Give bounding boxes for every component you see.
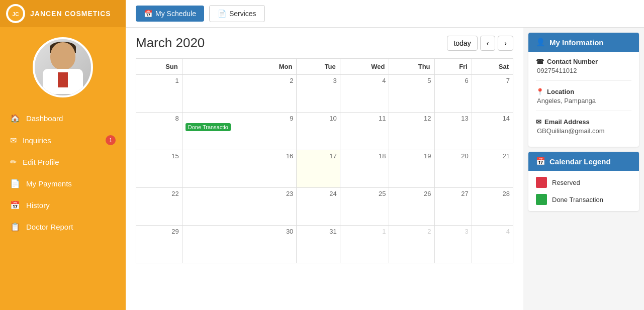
nav-label: History (26, 201, 50, 210)
calendar-cell[interactable]: 17 (297, 150, 340, 188)
calendar-cell[interactable]: 11 (340, 113, 389, 150)
calendar-cell[interactable]: 14 (472, 113, 513, 150)
app-logo: JC (6, 4, 25, 23)
calendar-cell[interactable]: 23 (182, 188, 297, 226)
calendar-icon: 📅 (144, 10, 152, 18)
calendar-cell[interactable]: 3 (434, 226, 472, 263)
calendar-cell[interactable]: 24 (297, 188, 340, 226)
calendar-cell[interactable]: 31 (297, 226, 340, 263)
cal-header-mon: Mon (182, 59, 297, 75)
day-number: 3 (438, 228, 469, 235)
day-number: 4 (343, 77, 386, 84)
day-number: 11 (343, 115, 386, 122)
day-number: 31 (300, 228, 336, 235)
sidebar-item-edit-profile[interactable]: ✏ Edit Profile (0, 151, 126, 173)
calendar-event[interactable]: Done Transactio (186, 123, 231, 131)
calendar-cell[interactable]: 15 (136, 150, 182, 188)
calendar-cell[interactable]: 3 (297, 75, 340, 113)
sidebar-item-my-payments[interactable]: 📄 My Payments (0, 173, 126, 194)
nav-label: Dashboard (26, 114, 63, 123)
calendar-cell[interactable]: 12 (389, 113, 434, 150)
calendar-cell[interactable]: 5 (389, 75, 434, 113)
cal-header-thu: Thu (389, 59, 434, 75)
cal-header-sat: Sat (472, 59, 513, 75)
calendar-cell[interactable]: 30 (182, 226, 297, 263)
calendar-cell[interactable]: 8 (136, 113, 182, 150)
day-number: 19 (392, 152, 431, 160)
email-label: ✉ Email Address (536, 118, 631, 126)
sidebar-nav: 🏠 Dashboard ✉ Inquiries 1 ✏ Edit Profile… (0, 102, 126, 243)
day-number: 25 (343, 190, 386, 197)
day-number: 4 (475, 228, 510, 235)
contact-label: ☎ Contact Number (536, 58, 631, 65)
calendar-cell[interactable]: 22 (136, 188, 182, 226)
contact-value: 09275411012 (536, 67, 631, 74)
avatar-image (35, 39, 91, 95)
today-button[interactable]: today (447, 36, 477, 51)
legend-item: Reserved (536, 177, 631, 188)
location-label: 📍 Location (536, 88, 631, 95)
sidebar-item-doctor-report[interactable]: 📋 Doctor Report (0, 216, 126, 238)
sidebar-item-dashboard[interactable]: 🏠 Dashboard (0, 108, 126, 129)
nav-icon: ✉ (10, 136, 17, 145)
my-schedule-button[interactable]: 📅 My Schedule (136, 6, 204, 22)
calendar-cell[interactable]: 10 (297, 113, 340, 150)
calendar-nav: today ‹ › (447, 36, 513, 51)
day-number: 7 (475, 77, 510, 84)
calendar-cell[interactable]: 25 (340, 188, 389, 226)
day-number: 2 (392, 228, 431, 235)
legend-color-box (536, 194, 547, 205)
calendar-cell[interactable]: 26 (389, 188, 434, 226)
file-icon: 📄 (218, 10, 226, 18)
calendar-cell[interactable]: 20 (434, 150, 472, 188)
calendar-cell[interactable]: 7 (472, 75, 513, 113)
calendar-header: March 2020 today ‹ › (136, 35, 513, 51)
calendar-cell[interactable]: 2 (182, 75, 297, 113)
user-avatar-section (33, 27, 93, 102)
calendar-cell[interactable]: 6 (434, 75, 472, 113)
user-icon: 👤 (536, 38, 545, 47)
day-number: 3 (300, 77, 336, 84)
phone-icon: ☎ (536, 58, 544, 65)
day-number: 21 (475, 152, 510, 160)
sidebar-header: JC JANCEN COSMETICS (0, 0, 126, 27)
day-number: 24 (300, 190, 336, 197)
sidebar-item-history[interactable]: 📅 History (0, 194, 126, 216)
calendar-grid: SunMonTueWedThuFriSat 123456789Done Tran… (136, 58, 513, 263)
day-number: 15 (139, 152, 179, 160)
calendar-cell[interactable]: 18 (340, 150, 389, 188)
calendar-cell[interactable]: 13 (434, 113, 472, 150)
legend-card: 📅 Calendar Legend Reserved Done Transact… (528, 152, 639, 211)
day-number: 10 (300, 115, 336, 122)
calendar-cell[interactable]: 21 (472, 150, 513, 188)
info-card: 👤 My Information ☎ Contact Number 092754… (528, 33, 639, 147)
calendar-cell[interactable]: 27 (434, 188, 472, 226)
calendar-cell[interactable]: 28 (472, 188, 513, 226)
calendar-cell[interactable]: 19 (389, 150, 434, 188)
services-button[interactable]: 📄 Services (209, 5, 265, 22)
info-card-body: ☎ Contact Number 09275411012 📍 Location … (528, 52, 639, 147)
day-number: 26 (392, 190, 431, 197)
calendar-cell[interactable]: 16 (182, 150, 297, 188)
next-month-button[interactable]: › (498, 36, 513, 51)
avatar (33, 37, 93, 97)
nav-icon: ✏ (10, 157, 17, 167)
calendar-cell[interactable]: 4 (472, 226, 513, 263)
calendar-cell[interactable]: 9Done Transactio (182, 113, 297, 150)
calendar-cell[interactable]: 2 (389, 226, 434, 263)
contact-row: ☎ Contact Number 09275411012 (536, 58, 631, 81)
nav-label: My Payments (26, 179, 72, 188)
calendar-cell[interactable]: 29 (136, 226, 182, 263)
prev-month-button[interactable]: ‹ (480, 36, 496, 51)
day-number: 12 (392, 115, 431, 122)
day-number: 14 (475, 115, 510, 122)
calendar-cell[interactable]: 1 (340, 226, 389, 263)
top-bar: 📅 My Schedule 📄 Services (126, 0, 644, 28)
day-number: 9 (186, 115, 294, 122)
day-number: 23 (186, 190, 294, 197)
location-value: Angeles, Pampanga (536, 97, 631, 105)
calendar-cell[interactable]: 1 (136, 75, 182, 113)
calendar-cell[interactable]: 4 (340, 75, 389, 113)
sidebar-item-inquiries[interactable]: ✉ Inquiries 1 (0, 129, 126, 151)
legend-item: Done Transaction (536, 194, 631, 205)
